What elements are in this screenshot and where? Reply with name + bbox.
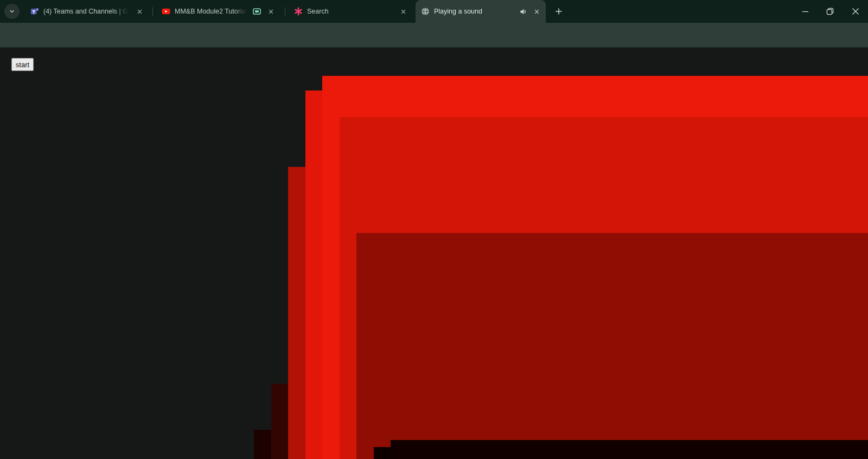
- browser-window: (4) Teams and Channels | Gener MM&B Modu…: [0, 0, 868, 459]
- audio-visualizer: [0, 0, 868, 459]
- visualizer-bar: [391, 440, 868, 459]
- page-content: start: [0, 48, 868, 459]
- start-button[interactable]: start: [11, 58, 34, 71]
- visualizer-bar: [356, 233, 868, 459]
